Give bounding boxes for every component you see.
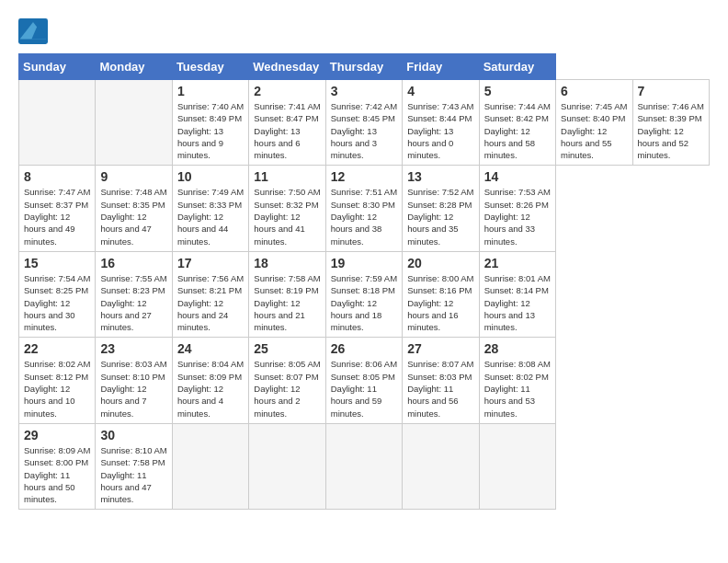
calendar-cell: 20Sunrise: 8:00 AMSunset: 8:16 PMDayligh… [403, 251, 479, 337]
day-number: 16 [100, 256, 166, 270]
day-info: Sunrise: 7:53 AMSunset: 8:26 PMDaylight:… [484, 186, 551, 247]
day-number: 30 [100, 428, 166, 442]
header-row: SundayMondayTuesdayWednesdayThursdayFrid… [19, 54, 710, 80]
day-info: Sunrise: 7:56 AMSunset: 8:21 PMDaylight:… [177, 272, 244, 333]
calendar-cell: 19Sunrise: 7:59 AMSunset: 8:18 PMDayligh… [325, 251, 402, 337]
day-info: Sunrise: 7:52 AMSunset: 8:28 PMDaylight:… [407, 186, 473, 247]
day-number: 1 [177, 84, 244, 98]
day-number: 28 [484, 341, 551, 356]
day-number: 9 [100, 169, 166, 184]
day-info: Sunrise: 7:55 AMSunset: 8:23 PMDaylight:… [100, 272, 166, 333]
day-number: 24 [177, 341, 244, 356]
calendar-cell: 4Sunrise: 7:43 AMSunset: 8:44 PMDaylight… [403, 80, 479, 166]
logo [18, 18, 51, 44]
day-info: Sunrise: 8:02 AMSunset: 8:12 PMDaylight:… [24, 358, 90, 419]
day-info: Sunrise: 7:50 AMSunset: 8:32 PMDaylight:… [254, 186, 320, 247]
calendar-cell: 18Sunrise: 7:58 AMSunset: 8:19 PMDayligh… [249, 251, 325, 337]
calendar-cell: 8Sunrise: 7:47 AMSunset: 8:37 PMDaylight… [19, 166, 96, 251]
calendar-cell: 28Sunrise: 8:08 AMSunset: 8:02 PMDayligh… [479, 338, 555, 423]
day-info: Sunrise: 7:54 AMSunset: 8:25 PMDaylight:… [24, 272, 90, 333]
calendar-cell: 27Sunrise: 8:07 AMSunset: 8:03 PMDayligh… [403, 338, 479, 423]
day-info: Sunrise: 7:48 AMSunset: 8:35 PMDaylight:… [100, 186, 166, 247]
day-info: Sunrise: 7:46 AMSunset: 8:39 PMDaylight:… [638, 100, 705, 161]
day-info: Sunrise: 7:40 AMSunset: 8:49 PMDaylight:… [177, 100, 244, 161]
calendar-cell: 3Sunrise: 7:42 AMSunset: 8:45 PMDaylight… [325, 80, 402, 166]
day-number: 17 [177, 256, 244, 270]
calendar-cell: 9Sunrise: 7:48 AMSunset: 8:35 PMDaylight… [96, 166, 172, 251]
day-number: 27 [407, 341, 473, 356]
day-number: 23 [100, 341, 166, 356]
day-info: Sunrise: 7:43 AMSunset: 8:44 PMDaylight:… [407, 100, 473, 161]
weekday-header-friday: Friday [403, 54, 479, 80]
calendar-cell [403, 423, 479, 509]
day-number: 2 [254, 84, 320, 98]
weekday-header-tuesday: Tuesday [172, 54, 248, 80]
day-number: 14 [484, 169, 551, 184]
day-number: 29 [24, 428, 90, 442]
day-info: Sunrise: 7:45 AMSunset: 8:40 PMDaylight:… [561, 100, 627, 161]
day-info: Sunrise: 7:58 AMSunset: 8:19 PMDaylight:… [254, 272, 320, 333]
page-header [18, 18, 710, 44]
calendar-cell: 16Sunrise: 7:55 AMSunset: 8:23 PMDayligh… [96, 251, 172, 337]
day-number: 11 [254, 169, 320, 184]
day-number: 25 [254, 341, 320, 356]
calendar-cell: 13Sunrise: 7:52 AMSunset: 8:28 PMDayligh… [403, 166, 479, 251]
calendar-cell: 26Sunrise: 8:06 AMSunset: 8:05 PMDayligh… [325, 338, 402, 423]
calendar-cell [325, 423, 402, 509]
calendar-week-5: 29Sunrise: 8:09 AMSunset: 8:00 PMDayligh… [19, 423, 710, 509]
day-info: Sunrise: 8:03 AMSunset: 8:10 PMDaylight:… [100, 358, 166, 419]
weekday-header-monday: Monday [96, 54, 172, 80]
day-number: 13 [407, 169, 473, 184]
weekday-header-saturday: Saturday [479, 54, 555, 80]
day-info: Sunrise: 7:51 AMSunset: 8:30 PMDaylight:… [331, 186, 397, 247]
calendar-cell: 2Sunrise: 7:41 AMSunset: 8:47 PMDaylight… [249, 80, 325, 166]
day-number: 12 [331, 169, 397, 184]
calendar-week-1: 1Sunrise: 7:40 AMSunset: 8:49 PMDaylight… [19, 80, 710, 166]
calendar-cell: 7Sunrise: 7:46 AMSunset: 8:39 PMDaylight… [632, 80, 710, 166]
day-number: 6 [561, 84, 627, 98]
day-info: Sunrise: 8:10 AMSunset: 7:58 PMDaylight:… [100, 444, 166, 505]
calendar-week-3: 15Sunrise: 7:54 AMSunset: 8:25 PMDayligh… [19, 251, 710, 337]
day-info: Sunrise: 7:47 AMSunset: 8:37 PMDaylight:… [24, 186, 90, 247]
weekday-header-wednesday: Wednesday [249, 54, 325, 80]
calendar-cell: 11Sunrise: 7:50 AMSunset: 8:32 PMDayligh… [249, 166, 325, 251]
day-info: Sunrise: 8:01 AMSunset: 8:14 PMDaylight:… [484, 272, 551, 333]
day-info: Sunrise: 8:00 AMSunset: 8:16 PMDaylight:… [407, 272, 473, 333]
calendar-cell [249, 423, 325, 509]
day-info: Sunrise: 7:59 AMSunset: 8:18 PMDaylight:… [331, 272, 397, 333]
day-info: Sunrise: 7:41 AMSunset: 8:47 PMDaylight:… [254, 100, 320, 161]
day-info: Sunrise: 8:08 AMSunset: 8:02 PMDaylight:… [484, 358, 551, 419]
day-info: Sunrise: 8:07 AMSunset: 8:03 PMDaylight:… [407, 358, 473, 419]
calendar-week-2: 8Sunrise: 7:47 AMSunset: 8:37 PMDaylight… [19, 166, 710, 251]
day-info: Sunrise: 8:09 AMSunset: 8:00 PMDaylight:… [24, 444, 90, 505]
day-info: Sunrise: 8:04 AMSunset: 8:09 PMDaylight:… [177, 358, 244, 419]
calendar-cell: 22Sunrise: 8:02 AMSunset: 8:12 PMDayligh… [19, 338, 96, 423]
calendar-cell: 25Sunrise: 8:05 AMSunset: 8:07 PMDayligh… [249, 338, 325, 423]
day-number: 8 [24, 169, 90, 184]
day-number: 19 [331, 256, 397, 270]
day-number: 4 [407, 84, 473, 98]
day-info: Sunrise: 7:49 AMSunset: 8:33 PMDaylight:… [177, 186, 244, 247]
calendar-cell [19, 80, 96, 166]
calendar-table: SundayMondayTuesdayWednesdayThursdayFrid… [18, 53, 710, 510]
day-info: Sunrise: 7:42 AMSunset: 8:45 PMDaylight:… [331, 100, 397, 161]
day-number: 5 [484, 84, 551, 98]
calendar-cell: 30Sunrise: 8:10 AMSunset: 7:58 PMDayligh… [96, 423, 172, 509]
day-number: 18 [254, 256, 320, 270]
day-number: 7 [638, 84, 705, 98]
day-number: 10 [177, 169, 244, 184]
calendar-week-4: 22Sunrise: 8:02 AMSunset: 8:12 PMDayligh… [19, 338, 710, 423]
calendar-cell: 14Sunrise: 7:53 AMSunset: 8:26 PMDayligh… [479, 166, 555, 251]
weekday-header-thursday: Thursday [325, 54, 402, 80]
day-number: 26 [331, 341, 397, 356]
calendar-cell [172, 423, 248, 509]
weekday-header-sunday: Sunday [19, 54, 96, 80]
calendar-cell: 15Sunrise: 7:54 AMSunset: 8:25 PMDayligh… [19, 251, 96, 337]
calendar-cell [96, 80, 172, 166]
calendar-cell: 10Sunrise: 7:49 AMSunset: 8:33 PMDayligh… [172, 166, 248, 251]
day-number: 3 [331, 84, 397, 98]
day-info: Sunrise: 7:44 AMSunset: 8:42 PMDaylight:… [484, 100, 551, 161]
day-info: Sunrise: 8:06 AMSunset: 8:05 PMDaylight:… [331, 358, 397, 419]
calendar-cell: 21Sunrise: 8:01 AMSunset: 8:14 PMDayligh… [479, 251, 555, 337]
logo-icon [18, 18, 48, 44]
